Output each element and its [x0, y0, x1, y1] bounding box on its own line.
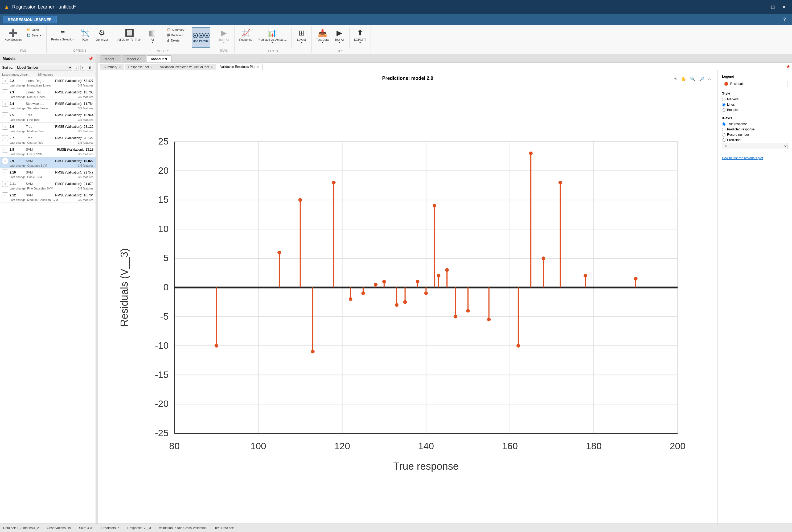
sort-select[interactable]: Model Number RMSE Name: [15, 65, 72, 71]
xaxis-record-number-option[interactable]: Record number: [722, 133, 788, 136]
all-quick-train-button[interactable]: 🔲 All Quick-To- Train: [115, 27, 143, 48]
residual-dot-20: [529, 151, 533, 155]
open-button[interactable]: 📂 Open: [25, 27, 44, 32]
model-item-2.12[interactable]: ⊙ 2.12 SVM RMSE (Validation): 16.704 Las…: [0, 191, 96, 203]
train-icon: ▶: [221, 28, 227, 37]
models-panel-title: Models: [3, 56, 16, 61]
how-to-residuals-link[interactable]: How to use the residuals plot: [722, 156, 788, 160]
model-item-2.4[interactable]: ⊙ 2.4 Stepwise L... RMSE (Validation): 1…: [0, 100, 96, 111]
xaxis-true-response-radio[interactable]: [722, 122, 725, 126]
xaxis-title: X-axis: [722, 116, 788, 120]
minimize-button[interactable]: −: [758, 3, 766, 11]
model-item-2.9[interactable]: ⊙ 2.9 SVM RMSE (Validation): 10.822 Last…: [0, 157, 96, 169]
model-tab-model2.1[interactable]: Model 2.1: [122, 55, 146, 62]
xaxis-predicted-response-radio[interactable]: [722, 128, 725, 131]
predicted-vs-actual-button[interactable]: 📊 Predicted vs. Actual ... ▼: [256, 27, 288, 48]
plot-tab-label: Validation Residuals Plot: [220, 65, 255, 69]
delete-button[interactable]: 🗑 Delete: [165, 38, 186, 43]
model-name-2.8: 2.8: [10, 148, 24, 151]
maximize-button[interactable]: □: [769, 3, 777, 11]
model-rmse-label-2.3: RMSE (Validation):: [55, 91, 82, 94]
style-lines-radio[interactable]: [722, 103, 725, 107]
model-item-2.11[interactable]: ⊙ 2.11 SVM RMSE (Validation): 21.072 Las…: [0, 180, 96, 191]
style-lines-option[interactable]: Lines: [722, 103, 788, 107]
style-markers-radio[interactable]: [722, 98, 725, 101]
train-dropdown-icon[interactable]: ▼: [223, 41, 225, 44]
sort-desc-button[interactable]: ↓: [74, 65, 79, 71]
legend-dot: [724, 82, 728, 86]
xaxis-predictor-radio[interactable]: [722, 138, 725, 142]
regression-learner-tab[interactable]: REGRESSION LEARNER: [3, 16, 57, 23]
xaxis-true-response-option[interactable]: True response: [722, 122, 788, 126]
plot-tab-validationresidualsplot[interactable]: Validation Residuals Plot×: [217, 63, 262, 70]
layout-button[interactable]: ⊞ Layout ▼: [294, 27, 309, 48]
plot-tab-summary[interactable]: Summary×: [100, 64, 124, 70]
export-dropdown-icon[interactable]: ▼: [359, 41, 361, 44]
predictor-select[interactable]: D___: [722, 143, 788, 149]
layout-dropdown-icon[interactable]: ▼: [300, 41, 303, 44]
pca-button[interactable]: 📉 PCA: [77, 27, 92, 48]
residual-dot-2: [298, 198, 302, 202]
model-item-2.5[interactable]: ⊙ 2.5 Tree RMSE (Validation): 18.944 Las…: [0, 111, 96, 123]
plot-tab-close[interactable]: ×: [151, 65, 153, 69]
xaxis-predictor-option[interactable]: Predictor:: [722, 138, 788, 142]
test-all-dropdown-icon[interactable]: ▼: [338, 41, 340, 44]
test-all-button[interactable]: ▶ Test All ▼: [332, 27, 346, 48]
model-item-2.6[interactable]: ⊙ 2.6 Tree RMSE (Validation): 28.122 Las…: [0, 123, 96, 134]
model-last-change-2.11: Last change: Fine Gaussian SVM: [10, 187, 53, 190]
save-button[interactable]: 💾 Save ▼: [25, 33, 44, 38]
pan-chart-button[interactable]: ✋: [680, 76, 687, 82]
plots-tools: 📈 Response 📊 Predicted vs. Actual ... ▼ …: [237, 27, 308, 49]
train-all-button[interactable]: ▶ Train All ▼: [216, 27, 231, 48]
style-markers-option[interactable]: Markers: [722, 97, 788, 101]
residual-dot-9: [395, 303, 398, 307]
train-label: TRAIN: [219, 48, 228, 52]
plot-tab-responseplot[interactable]: Response Plot×: [125, 64, 156, 70]
resize-handle[interactable]: [96, 54, 98, 524]
duplicate-button[interactable]: 🗐 Duplicate: [165, 33, 186, 38]
test-label: TEST: [337, 49, 345, 53]
response-button[interactable]: 📈 Response: [237, 27, 254, 48]
style-boxplot-radio[interactable]: [722, 108, 725, 112]
export-button[interactable]: ⬆ EXPORT ▼: [352, 27, 368, 48]
save-dropdown-icon[interactable]: ▼: [39, 34, 42, 37]
model-tab-model2.9[interactable]: Model 2.9: [147, 55, 171, 62]
models-tools: 🔲 All Quick-To- Train ▦ All ▼ 📋 Summary …: [115, 27, 210, 49]
optimizer-button[interactable]: ⚙ Optimizer: [94, 27, 110, 48]
summary-button[interactable]: 📋 Summary: [165, 27, 186, 32]
use-parallel-button[interactable]: ⦿⦿⦿ Use Parallel: [192, 27, 210, 48]
zoom-out-button[interactable]: 🔎: [698, 76, 706, 82]
model-item-2.2[interactable]: ⊙ 2.2 Linear Reg... RMSE (Validation): 5…: [0, 77, 96, 88]
reset-view-button[interactable]: ⌂: [707, 76, 712, 82]
test-data-dropdown-icon[interactable]: ▼: [321, 41, 324, 44]
residuals-chart: 80100120140160180200-25-20-15-10-5051015…: [116, 94, 700, 510]
xaxis-record-number-radio[interactable]: [722, 133, 725, 136]
test-data-button[interactable]: 📥 Test Data ▼: [315, 27, 331, 48]
model-item-2.7[interactable]: ⊙ 2.7 Tree RMSE (Validation): 28.122 Las…: [0, 134, 96, 146]
predicted-dropdown-icon[interactable]: ▼: [271, 41, 274, 44]
model-item-2.8[interactable]: ⊙ 2.8 SVM RMSE (Validation): 13.18 Last …: [0, 146, 96, 157]
all-models-button[interactable]: ▦ All ▼: [145, 27, 159, 48]
model-item-2.3[interactable]: ⊙ 2.3 Linear Reg... RMSE (Validation): 1…: [0, 88, 96, 100]
model-name-2.3: 2.3: [10, 91, 24, 94]
rotate-chart-button[interactable]: ⟲: [673, 76, 679, 82]
feature-selection-button[interactable]: ≡ Feature Selection: [49, 27, 76, 48]
help-button[interactable]: ?: [780, 16, 789, 23]
model-tab-model1[interactable]: Model 1: [100, 55, 121, 62]
zoom-in-button[interactable]: 🔍: [689, 76, 697, 82]
close-button[interactable]: ×: [780, 3, 788, 11]
plot-tab-close[interactable]: ×: [257, 65, 259, 69]
plot-tab-close[interactable]: ×: [211, 65, 213, 69]
xaxis-predicted-response-option[interactable]: Predicted response: [722, 128, 788, 131]
model-icon-2.11: ⊙: [2, 181, 8, 187]
model-item-2.10[interactable]: ⊙ 2.10 SVM RMSE (Validation): 2375.7 Las…: [0, 169, 96, 180]
model-type-2.8: SVM: [26, 148, 55, 151]
new-session-icon: ➕: [8, 28, 18, 37]
new-session-button[interactable]: ➕ New Session: [3, 27, 23, 48]
style-boxplot-option[interactable]: Box plot: [722, 108, 788, 112]
delete-model-button[interactable]: 🗑: [87, 65, 93, 71]
all-models-dropdown-icon[interactable]: ▼: [151, 41, 153, 44]
plot-tab-close[interactable]: ×: [119, 65, 120, 69]
plot-tab-validationpredictedvs.actualplot[interactable]: Validation Predicted vs. Actual Plot×: [156, 64, 216, 70]
sort-asc-button[interactable]: ↑: [80, 65, 86, 71]
